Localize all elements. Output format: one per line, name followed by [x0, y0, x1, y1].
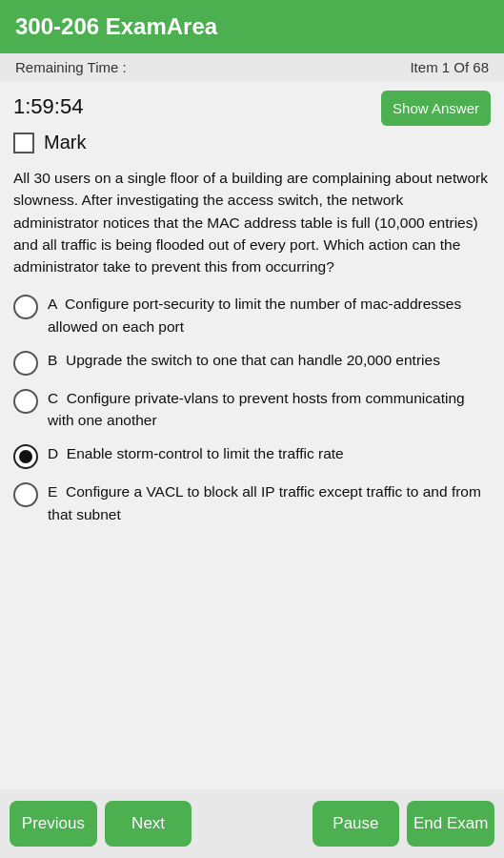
sub-header: Remaining Time : Item 1 Of 68 — [0, 53, 504, 81]
option-text-e: E Configure a VACL to block all IP traff… — [48, 480, 491, 525]
footer-gap — [199, 801, 304, 847]
show-answer-button[interactable]: Show Answer — [381, 91, 491, 126]
pause-button[interactable]: Pause — [312, 801, 400, 847]
option-row-d[interactable]: D Enable storm-control to limit the traf… — [13, 442, 491, 469]
options-list: A Configure port-security to limit the n… — [13, 293, 491, 537]
option-row-e[interactable]: E Configure a VACL to block all IP traff… — [13, 480, 491, 525]
option-row-c[interactable]: C Configure private-vlans to prevent hos… — [13, 387, 491, 432]
next-button[interactable]: Next — [105, 801, 192, 847]
option-text-d: D Enable storm-control to limit the traf… — [48, 442, 344, 464]
timer-display: 1:59:54 — [13, 94, 83, 119]
app-header: 300-206 ExamArea — [0, 0, 504, 53]
remaining-time-label: Remaining Time : — [15, 59, 127, 75]
option-row-b[interactable]: B Upgrade the switch to one that can han… — [13, 349, 491, 376]
radio-b[interactable] — [13, 351, 38, 376]
question-text: All 30 users on a single floor of a buil… — [13, 167, 491, 277]
item-indicator: Item 1 Of 68 — [410, 59, 489, 75]
previous-button[interactable]: Previous — [10, 801, 97, 847]
radio-c[interactable] — [13, 389, 38, 414]
timer-row: 1:59:54 Show Answer — [13, 91, 491, 126]
footer: Previous Next Pause End Exam — [0, 789, 504, 858]
option-text-c: C Configure private-vlans to prevent hos… — [48, 387, 491, 432]
app-title: 300-206 ExamArea — [15, 13, 217, 39]
option-text-a: A Configure port-security to limit the n… — [48, 293, 491, 337]
mark-label: Mark — [44, 132, 86, 153]
spacer — [13, 537, 491, 780]
option-row-a[interactable]: A Configure port-security to limit the n… — [13, 293, 491, 337]
mark-row[interactable]: Mark — [13, 132, 491, 153]
mark-checkbox[interactable] — [13, 133, 34, 153]
content-area: 1:59:54 Show Answer Mark All 30 users on… — [0, 81, 504, 789]
radio-e[interactable] — [13, 482, 38, 507]
end-exam-button[interactable]: End Exam — [407, 801, 494, 847]
option-text-b: B Upgrade the switch to one that can han… — [48, 349, 440, 371]
radio-a[interactable] — [13, 295, 38, 319]
radio-d[interactable] — [13, 444, 38, 469]
